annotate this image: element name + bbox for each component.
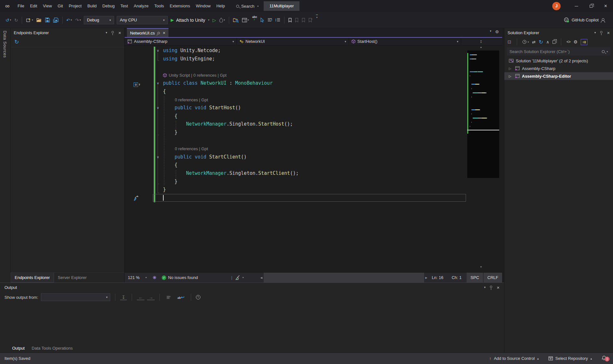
fold-chevron-icon[interactable]: ∨ — [155, 104, 160, 112]
find-in-files-button[interactable] — [232, 16, 240, 25]
clear-bookmarks-button[interactable] — [307, 16, 314, 25]
panel-menu-icon[interactable]: ▾ — [106, 31, 107, 34]
menu-window[interactable]: Window — [193, 0, 213, 12]
horizontal-scrollbar[interactable] — [264, 273, 424, 283]
copilot-status[interactable]: GitHub Copilot — [564, 17, 609, 23]
tab-list-dropdown-icon[interactable]: ▾ — [490, 29, 492, 34]
output-tab-data-tools-operations[interactable]: Data Tools Operations — [32, 346, 73, 351]
refresh-icon[interactable]: ↻ — [539, 39, 543, 45]
open-file-button[interactable] — [35, 16, 43, 25]
close-icon[interactable]: × — [163, 30, 165, 35]
sync-namespaces-icon[interactable]: ⇄ — [532, 40, 536, 44]
select-repository-button[interactable]: Select Repository ▴ — [548, 356, 592, 361]
code-line[interactable] — [125, 63, 467, 71]
codelens-line[interactable]: Unity Script | 0 references | Gpt — [125, 71, 467, 80]
codelens-label[interactable]: 0 references | Gpt — [175, 96, 208, 104]
column-indicator[interactable]: Ch: 1 — [452, 275, 462, 280]
code-line[interactable] — [125, 137, 467, 145]
navigate-forward-button[interactable]: ↻ — [13, 16, 19, 25]
solution-windows-button[interactable]: ▾ — [241, 16, 250, 25]
zoom-dropdown[interactable]: 121 % ▾ — [125, 275, 150, 280]
menu-extensions[interactable]: Extensions — [167, 0, 193, 12]
tree-item-assembly-csharp-editor[interactable]: ▷#Assembly-CSharp-Editor — [504, 72, 613, 80]
refresh-icon[interactable]: ↻ — [14, 39, 19, 45]
menu-file[interactable]: File — [15, 0, 27, 12]
solution-configurations-dropdown[interactable]: Debug▾ — [84, 16, 114, 24]
pending-changes-filter-button[interactable]: ▾ — [523, 40, 529, 44]
scroll-up-arrow[interactable]: ▴ — [478, 45, 484, 49]
code-line[interactable]: ∨ public void StartHost() — [125, 104, 467, 112]
minimap[interactable] — [467, 50, 499, 178]
sync-with-active-document-button[interactable]: ⇉ — [581, 39, 587, 45]
menu-debug[interactable]: Debug — [99, 0, 117, 12]
gear-icon[interactable]: ⚙ — [495, 29, 499, 34]
menu-edit[interactable]: Edit — [27, 0, 40, 12]
line-indicator[interactable]: Ln: 16 — [432, 275, 443, 280]
document-tab[interactable]: NetworkUI.cs × — [127, 28, 168, 37]
new-project-button[interactable]: ▾ — [25, 16, 34, 25]
code-line[interactable]: ∨using Unity.Netcode; — [125, 47, 467, 55]
code-line[interactable]: } — [125, 178, 467, 186]
undo-button[interactable]: ↶▾ — [65, 16, 74, 25]
code-cleanup-button[interactable]: ▾ — [232, 275, 246, 280]
panel-tab-endpoints-explorer[interactable]: Endpoints Explorer — [11, 273, 54, 283]
code-line[interactable]: { — [125, 161, 467, 169]
codelens-line[interactable]: 0 references | Gpt — [125, 145, 467, 153]
live-preview-button[interactable] — [150, 275, 159, 280]
save-all-button[interactable] — [52, 16, 60, 25]
tree-item-solution-11multiplayer-2-of-2-projects[interactable]: Solution '11Multiplayer' (2 of 2 project… — [504, 57, 613, 65]
minimize-button[interactable] — [569, 0, 584, 12]
tree-expander-icon[interactable]: ▷ — [509, 67, 513, 70]
search-box[interactable]: Search ▾ — [236, 4, 259, 9]
close-icon[interactable]: × — [118, 30, 121, 35]
fold-chevron-icon[interactable]: ∨ — [155, 79, 160, 88]
menu-build[interactable]: Build — [84, 0, 99, 12]
code-editor[interactable]: ∨using Unity.Netcode;using UnityEngine;U… — [125, 45, 467, 272]
properties-gear-icon[interactable]: ⚙ — [574, 39, 578, 44]
attach-to-unity-button[interactable]: ▶ Attach to Unity ▾ — [169, 16, 211, 25]
current-solution-box[interactable]: 11Multiplayer — [264, 1, 299, 11]
breadcrumb-networkui[interactable]: NetworkUI▾ — [237, 38, 349, 45]
indent-guides-button[interactable] — [274, 16, 282, 25]
pin-icon[interactable] — [490, 286, 492, 288]
close-icon[interactable]: × — [497, 285, 500, 290]
view-code-icon[interactable]: <> — [567, 40, 570, 44]
breadcrumb-starthost[interactable]: StartHost()▾ — [349, 38, 461, 45]
codelens-label[interactable]: Unity Script | 0 references | Gpt — [169, 71, 227, 80]
properties-icon[interactable] — [553, 40, 555, 44]
timestamp-toggle-icon[interactable] — [196, 295, 200, 299]
editor-split-handle[interactable]: ▴▾ — [478, 40, 484, 43]
solution-platforms-dropdown[interactable]: Any CPU▾ — [117, 16, 168, 24]
output-tab-output[interactable]: Output — [12, 346, 25, 351]
panel-menu-icon[interactable]: ▾ — [484, 286, 486, 289]
code-line[interactable]: using UnityEngine; — [125, 55, 467, 63]
user-avatar[interactable]: J — [552, 2, 561, 10]
pinned-tab-icon[interactable] — [157, 31, 160, 35]
close-button[interactable]: × — [598, 0, 613, 12]
scroll-down-arrow[interactable]: ▾ — [478, 265, 484, 268]
hot-reload-button[interactable]: ▾ — [218, 16, 226, 25]
collapse-all-icon[interactable]: ∧ — [546, 40, 549, 44]
save-button[interactable] — [44, 16, 51, 25]
tree-item-assembly-csharp[interactable]: ▷#Assembly-CSharp — [504, 65, 613, 72]
selection-mode-button[interactable] — [259, 16, 266, 25]
menu-git[interactable]: Git — [55, 0, 66, 12]
notifications-button[interactable]: 1 — [601, 355, 607, 362]
previous-bookmark-button[interactable] — [294, 16, 300, 25]
close-icon[interactable]: × — [607, 30, 610, 35]
restore-button[interactable] — [584, 0, 598, 12]
word-wrap-button[interactable]: ab↩ — [176, 295, 186, 300]
show-whitespace-button[interactable] — [266, 16, 274, 25]
solution-search-box[interactable]: Search Solution Explorer (Ctrl+`) ▾ — [507, 47, 610, 56]
code-line[interactable]: NetworkManager.Singleton.StartClient(); — [125, 169, 467, 178]
pin-icon[interactable] — [600, 31, 602, 33]
data-sources-rail-tab[interactable]: Data Sources — [3, 31, 7, 58]
previous-message-button[interactable]: ← — [137, 295, 144, 300]
line-ending-indicator[interactable]: CRLF — [484, 273, 502, 283]
clear-all-button[interactable]: ≣× — [165, 295, 173, 300]
toolbar-overflow-button[interactable]: ▔▾ — [314, 16, 319, 25]
add-to-source-control-button[interactable]: ↑ Add to Source Control ▴ — [489, 356, 539, 361]
code-line[interactable]: NetworkManager.Singleton.StartHost(); — [125, 120, 467, 128]
scroll-left-arrow[interactable]: ◂ — [260, 275, 263, 280]
goto-message-button[interactable]: ↧ — [120, 295, 127, 300]
